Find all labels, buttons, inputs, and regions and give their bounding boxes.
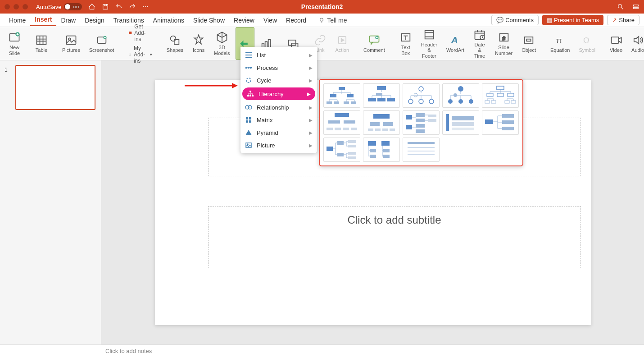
comment-icon: [368, 34, 381, 46]
tab-record[interactable]: Record: [281, 17, 311, 24]
slide-thumbnail-1[interactable]: [15, 65, 95, 110]
header-footer-icon: [423, 28, 435, 41]
hierarchy-layout-5[interactable]: [482, 83, 519, 108]
slide-thumbnail-number: 1: [5, 67, 8, 73]
shapes-button[interactable]: Shapes: [163, 27, 187, 60]
svg-rect-81: [487, 93, 493, 96]
svg-rect-39: [247, 52, 252, 53]
wordart-icon: A: [449, 34, 462, 46]
smartart-process-item[interactable]: Process▶: [240, 61, 317, 74]
tab-insert[interactable]: Insert: [30, 16, 56, 26]
header-footer-button[interactable]: Header & Footer: [417, 27, 441, 60]
smartart-list-item[interactable]: List▶: [240, 49, 317, 61]
tab-slideshow[interactable]: Slide Show: [189, 17, 229, 24]
undo-icon[interactable]: [115, 3, 122, 10]
comments-button[interactable]: 💬Comments: [491, 15, 539, 25]
svg-rect-130: [383, 155, 390, 158]
search-icon[interactable]: [617, 3, 624, 10]
minimize-window-icon[interactable]: [14, 4, 19, 9]
audio-button[interactable]: Audio: [628, 27, 644, 60]
svg-rect-64: [351, 101, 356, 104]
tell-me-search[interactable]: Tell me: [318, 17, 347, 24]
smartart-picture-item[interactable]: Picture▶: [240, 139, 317, 151]
svg-rect-118: [327, 147, 333, 151]
hierarchy-layout-2[interactable]: [363, 83, 400, 108]
object-button[interactable]: Object: [518, 27, 540, 60]
new-slide-button[interactable]: New Slide: [5, 27, 24, 60]
hierarchy-layout-8[interactable]: [403, 110, 440, 135]
svg-rect-128: [370, 155, 376, 158]
wordart-button[interactable]: A WordArt: [443, 27, 468, 60]
hierarchy-layout-12[interactable]: [363, 138, 400, 162]
tab-home[interactable]: Home: [5, 17, 30, 24]
slide-number-icon: #: [498, 31, 510, 44]
hierarchy-layout-7[interactable]: [363, 110, 400, 135]
svg-rect-86: [505, 101, 509, 103]
svg-rect-97: [383, 122, 393, 126]
svg-rect-113: [452, 128, 474, 130]
svg-rect-12: [129, 32, 132, 34]
svg-rect-82: [497, 93, 503, 96]
home-icon[interactable]: [88, 3, 95, 10]
svg-rect-102: [406, 115, 412, 119]
cycle-icon: [245, 77, 252, 84]
hierarchy-layout-1[interactable]: [323, 83, 360, 108]
3dmodels-button[interactable]: 3D Models: [210, 27, 233, 60]
tab-design[interactable]: Design: [80, 17, 109, 24]
svg-point-76: [448, 99, 453, 104]
hierarchy-layout-6[interactable]: [323, 110, 360, 135]
present-teams-button[interactable]: ▦Present in Teams: [542, 15, 603, 25]
smartart-pyramid-item[interactable]: Pyramid▶: [240, 126, 317, 139]
redo-icon[interactable]: [129, 3, 136, 10]
hierarchy-layout-9[interactable]: [442, 110, 479, 135]
tab-transitions[interactable]: Transitions: [109, 17, 149, 24]
tab-view[interactable]: View: [259, 17, 281, 24]
textbox-button[interactable]: Text Box: [396, 27, 416, 60]
hierarchy-layout-3[interactable]: [403, 83, 440, 108]
notes-pane[interactable]: Click to add notes: [0, 344, 644, 358]
hierarchy-layout-11[interactable]: [323, 138, 360, 162]
equation-button[interactable]: π Equation: [547, 27, 573, 60]
video-button[interactable]: Video: [606, 27, 626, 60]
close-window-icon[interactable]: [5, 4, 10, 9]
symbol-button[interactable]: Ω Symbol: [575, 27, 599, 60]
smartart-relationship-item[interactable]: Relationship▶: [240, 101, 317, 114]
autosave-switch[interactable]: OFF: [64, 3, 82, 10]
smartart-cycle-item[interactable]: Cycle▶: [240, 74, 317, 87]
quick-access-toolbar: ⋯: [88, 3, 149, 10]
autosave-toggle[interactable]: AutoSave OFF: [36, 3, 82, 10]
svg-rect-58: [339, 87, 345, 90]
share-button[interactable]: ↗Share: [607, 15, 639, 25]
icons-button[interactable]: Icons: [189, 27, 209, 60]
pictures-button[interactable]: Pictures: [59, 27, 84, 60]
slide-number-button[interactable]: # Slide Number: [491, 27, 516, 60]
get-addins-button[interactable]: Get Add-ins: [128, 23, 152, 42]
subtitle-placeholder[interactable]: Click to add subtitle: [208, 206, 581, 268]
ribbon-options-icon[interactable]: [632, 3, 639, 10]
datetime-button[interactable]: Date & Time: [470, 27, 490, 60]
save-icon[interactable]: [102, 3, 109, 10]
smartart-matrix-item[interactable]: Matrix▶: [240, 114, 317, 126]
action-button[interactable]: Action: [332, 27, 353, 60]
svg-rect-42: [245, 57, 247, 58]
svg-rect-116: [502, 120, 514, 124]
svg-text:A: A: [451, 35, 458, 45]
comment-button[interactable]: Comment: [360, 27, 389, 60]
action-icon: [336, 34, 349, 46]
symbol-icon: Ω: [581, 34, 594, 46]
screenshot-button[interactable]: Screenshot: [86, 27, 118, 60]
hierarchy-layout-10[interactable]: [482, 110, 519, 135]
tab-review[interactable]: Review: [229, 17, 259, 24]
table-button[interactable]: Table: [32, 27, 51, 60]
smartart-hierarchy-item[interactable]: Hierarchy▶: [242, 87, 315, 100]
my-addins-icon: [128, 51, 132, 58]
hierarchy-layout-13[interactable]: [403, 138, 440, 162]
svg-rect-106: [428, 119, 436, 122]
hierarchy-layout-4[interactable]: [442, 83, 479, 108]
tab-draw[interactable]: Draw: [56, 17, 80, 24]
tab-animations[interactable]: Animations: [149, 17, 189, 24]
more-icon[interactable]: ⋯: [142, 3, 149, 10]
svg-rect-8: [66, 36, 76, 45]
maximize-window-icon[interactable]: [23, 4, 28, 9]
lightbulb-icon: [318, 17, 325, 24]
